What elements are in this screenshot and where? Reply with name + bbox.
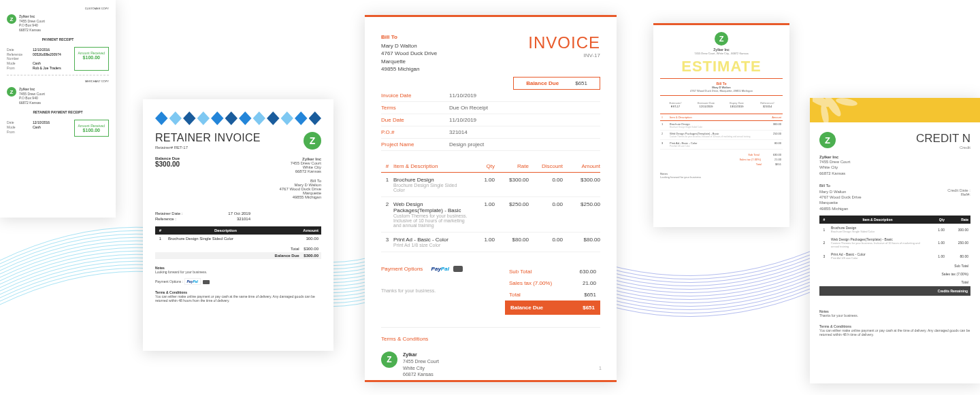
zylker-logo-icon: Z xyxy=(715,32,728,46)
merchant-copy-label: MERCHANT COPY xyxy=(7,80,109,83)
bank-icon xyxy=(203,280,210,284)
credit-items-table: #Item & DescriptionQtyRate 1Brochure Des… xyxy=(819,216,970,262)
estimate-items-table: #Item & DescriptionAmount 1Brochure Desi… xyxy=(660,114,783,150)
zylker-logo-icon: Z xyxy=(7,87,16,97)
receipt-title-retainer: RETAINER PAYMENT RECEIPT xyxy=(7,110,109,114)
paypal-icon: PayPal xyxy=(184,278,201,285)
table-row: 1Brochure DesignBrochure Design Single S… xyxy=(660,121,783,131)
document-retainer-invoice: RETAINER INVOICE Retainer# RET-17 Z Bala… xyxy=(143,99,333,351)
invoice-items-table: # Item & Description Qty Rate Discount A… xyxy=(381,160,600,252)
table-row: 3Print Ad - Basic - ColorPrint Ad 1/8 si… xyxy=(819,250,970,262)
document-credit-note: Z CREDIT N Credit Zylker Inc 7455 Drew C… xyxy=(810,98,980,383)
document-payment-receipt: CUSTOMER COPY Z Zylker Inc 7455 Drew Cou… xyxy=(0,0,116,218)
invoice-number: INV-17 xyxy=(528,52,600,58)
decorative-header xyxy=(810,98,980,122)
table-row: 1Brochure Design Single Sided Color300.0… xyxy=(155,235,321,243)
zylker-logo-icon: Z xyxy=(381,351,397,368)
decorative-pattern xyxy=(155,111,321,125)
svg-point-2 xyxy=(835,98,858,107)
bill-to-label: Bill To xyxy=(381,33,437,41)
credit-card-icon xyxy=(453,266,463,272)
table-row: 2Web Design Packages(Template) - BasicCu… xyxy=(381,196,600,232)
customer-copy-label: CUSTOMER COPY xyxy=(7,7,109,10)
table-row: 3Print Ad - Basic - ColorPrint Ad 1/8 si… xyxy=(660,140,783,150)
table-row: 1Brochure DesignBrochure Design Single S… xyxy=(819,224,970,235)
estimate-title: ESTIMATE xyxy=(653,58,789,75)
retainer-title: RETAINER INVOICE xyxy=(155,132,261,144)
credit-note-title: CREDIT N xyxy=(916,132,970,145)
document-estimate: Z Zylker Inc 7455 Drew Court, White City… xyxy=(653,23,789,227)
table-row: 2Web Design Packages(Template) - BasicCu… xyxy=(819,235,970,250)
table-row: 1Brochure DesignBrochure Design Single S… xyxy=(381,172,600,196)
zylker-logo-icon: Z xyxy=(7,14,16,24)
balance-due-box: Balance Due$651 xyxy=(513,77,600,90)
zylker-logo-icon: Z xyxy=(304,132,321,150)
zylker-logo-icon: Z xyxy=(819,132,836,148)
invoice-title: INVOICE xyxy=(528,33,600,52)
retainer-number: Retainer# RET-17 xyxy=(155,145,261,150)
receipt-title: PAYMENT RECEIPT xyxy=(7,37,109,41)
table-row: 2Web Design Packages(Template) - BasicCu… xyxy=(660,131,783,140)
amount-received-value: $100.00 xyxy=(78,55,105,60)
retainer-items-table: #DescriptionAmount 1Brochure Design Sing… xyxy=(155,226,321,243)
paypal-icon: PayPal xyxy=(431,266,449,272)
page-number: 1 xyxy=(599,366,602,371)
payment-options-label: Payment Options xyxy=(381,266,423,272)
table-row: 3Print Ad - Basic - ColorPrint Ad 1/8 si… xyxy=(381,232,600,252)
document-invoice: Bill To Mary D Walton 4767 Wood Duck Dri… xyxy=(365,15,617,382)
terms-label: Terms & Conditions xyxy=(381,336,600,342)
thanks-message: Thanks for your business. xyxy=(381,288,463,293)
